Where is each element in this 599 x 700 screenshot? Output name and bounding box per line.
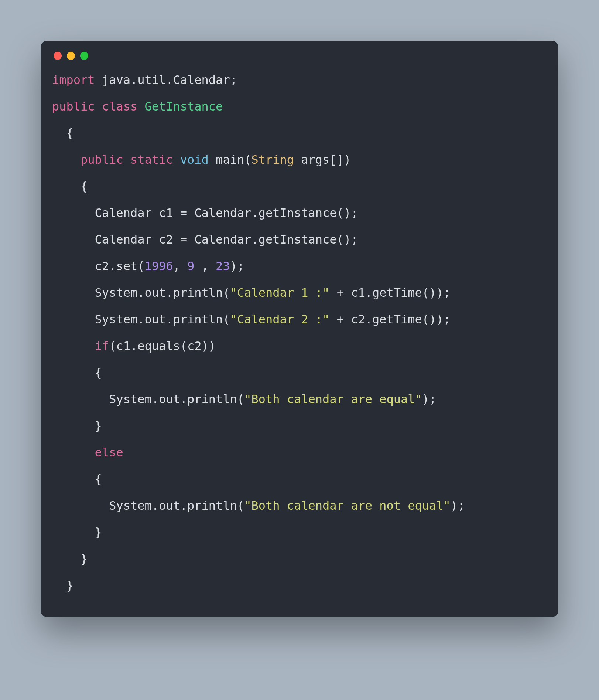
code-token-string: "Both calendar are not equal" [244,499,451,513]
code-token-type: void [180,153,209,167]
code-token-default: { [52,472,102,486]
code-token-default [52,153,81,167]
code-token-default: (c1.equals(c2)) [109,339,216,353]
code-token-keyword: public [52,99,95,113]
code-block: import java.util.Calendar; public class … [52,67,547,599]
code-token-default: } [52,419,102,433]
code-token-default: { [52,366,102,380]
code-token-default: } [52,552,88,566]
code-token-default: { [52,126,81,140]
code-token-number: 1996 [144,259,173,273]
page-stage: import java.util.Calendar; public class … [0,0,599,700]
minimize-icon[interactable] [67,52,75,60]
code-token-default: ); [451,499,465,513]
code-token-number: 9 [187,259,194,273]
code-token-keyword: if [95,339,109,353]
code-token-default [137,99,144,113]
code-token-number: 23 [216,259,230,273]
code-token-keyword: public [81,153,123,167]
code-token-default: } [52,525,102,539]
code-token-default [52,445,95,459]
close-icon[interactable] [54,52,62,60]
code-token-class: GetInstance [144,99,223,113]
code-token-default: args[]) [294,153,351,167]
code-token-default: , [194,259,216,273]
code-token-default: + c1.getTime()); [329,286,451,300]
code-token-default: , [173,259,188,273]
code-token-string: "Calendar 2 :" [230,312,330,326]
code-token-default: } [52,578,73,592]
code-token-keyword: else [95,445,123,459]
code-token-default [123,153,130,167]
code-token-default [173,153,180,167]
code-token-default: { [52,179,88,193]
code-token-builtin: String [251,153,294,167]
window-titlebar [52,52,547,60]
zoom-icon[interactable] [80,52,88,60]
code-token-default [95,99,102,113]
code-token-default: Calendar c2 = Calendar.getInstance(); [52,232,358,247]
code-token-default: main( [209,153,251,167]
code-token-default: + c2.getTime()); [329,312,451,326]
code-token-default: ); [230,259,244,273]
code-token-keyword: static [130,153,173,167]
code-token-default: ); [422,392,437,406]
code-token-default: System.out.println( [52,312,230,326]
code-token-keyword: import [52,73,95,87]
code-token-default: java.util.Calendar; [95,73,237,87]
code-token-default: System.out.println( [52,392,244,406]
code-token-keyword: class [102,99,137,113]
code-token-string: "Both calendar are equal" [244,392,422,406]
code-token-default: System.out.println( [52,286,230,300]
code-token-default: c2.set( [52,259,144,273]
code-token-string: "Calendar 1 :" [230,286,330,300]
code-token-default: System.out.println( [52,499,244,513]
editor-window: import java.util.Calendar; public class … [41,41,558,617]
code-token-default [52,339,95,353]
code-token-default: Calendar c1 = Calendar.getInstance(); [52,206,358,220]
